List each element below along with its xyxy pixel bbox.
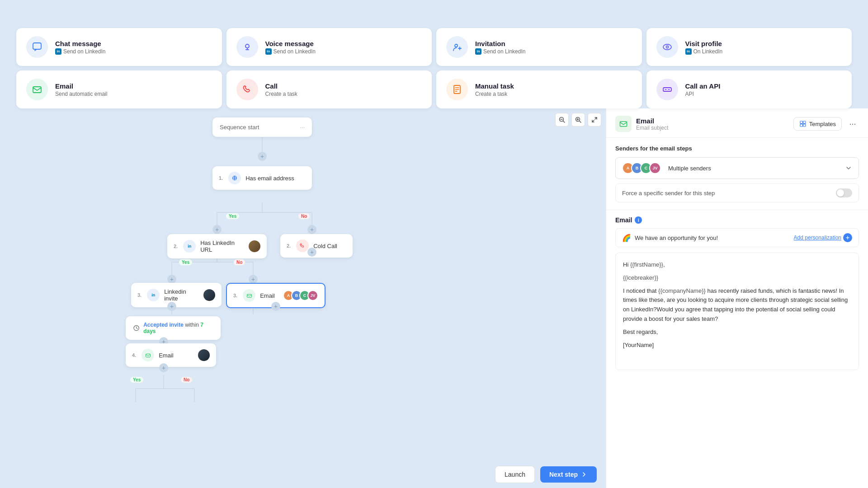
svg-rect-46 [146, 354, 150, 357]
invitation-icon [446, 36, 468, 58]
node-2b-icon [296, 239, 309, 252]
visit-profile-title: Visit profile [685, 40, 723, 47]
linkedin-badge-2: in [265, 48, 272, 55]
svg-rect-9 [33, 87, 41, 93]
cards-row-1: Chat message in Send on LinkedIn Voice m… [16, 28, 852, 66]
linkedin-badge-3: in [475, 48, 481, 55]
node-3b-number: 3. [233, 293, 237, 298]
node-2a-avatar [249, 240, 260, 252]
force-sender-label: Force a specific sender for this step [622, 190, 715, 197]
node-3a-label: Linkedin invite [164, 288, 199, 302]
voice-message-subtitle: in Send on LinkedIn [265, 48, 316, 55]
subject-left: 🌈 We have an opportunity for you! [622, 234, 718, 242]
plus-3b[interactable]: + [249, 275, 258, 284]
plus-after-sequence[interactable]: + [258, 152, 267, 161]
voice-message-card[interactable]: Voice message in Send on LinkedIn [226, 28, 432, 66]
chat-message-title: Chat message [55, 40, 105, 47]
svg-line-18 [563, 121, 565, 123]
call-card[interactable]: Call Create a task [226, 70, 432, 108]
plus-3a[interactable]: + [167, 275, 176, 284]
personalization-icon [843, 233, 852, 242]
clock-icon [133, 324, 140, 332]
visit-profile-card[interactable]: Visit profile in On LinkedIn [646, 28, 852, 66]
node-4-icon [142, 349, 154, 361]
zoom-out-button[interactable] [555, 113, 569, 127]
force-sender-toggle[interactable] [836, 188, 852, 197]
panel-title-group: Email Email subject [636, 117, 668, 131]
svg-rect-14 [663, 88, 671, 91]
canvas-toolbar [555, 113, 601, 127]
senders-label: Multiple senders [668, 165, 711, 172]
node-2b-number: 2. [287, 243, 291, 249]
force-sender-row: Force a specific sender for this step [615, 183, 859, 202]
chevron-down-icon [845, 164, 852, 172]
node-4-avatar [198, 349, 210, 361]
plus-after-node4[interactable]: + [159, 363, 168, 372]
api-card-subtitle: API [685, 91, 721, 97]
call-api-card[interactable]: Call an API API [646, 70, 852, 108]
senders-section: Senders for the email steps A B C JV Mul… [606, 138, 868, 210]
expand-button[interactable] [588, 113, 601, 127]
svg-rect-49 [803, 121, 805, 123]
chat-message-card[interactable]: Chat message in Send on LinkedIn [16, 28, 222, 66]
node-1-label: Has email address [245, 175, 294, 182]
chat-icon [26, 36, 48, 58]
accepted-invite-text: Accepted invite within 7 days [143, 322, 213, 334]
manual-task-icon [446, 79, 468, 100]
subject-row[interactable]: 🌈 We have an opportunity for you! Add pe… [615, 228, 859, 247]
call-card-subtitle: Create a task [265, 91, 297, 97]
templates-button[interactable]: Templates [793, 117, 842, 131]
node-2b-cold-call[interactable]: 2. Cold Call [280, 234, 353, 258]
linkedin-badge: in [55, 48, 61, 55]
no-label-1: No [298, 211, 310, 220]
email-card[interactable]: Email Send automatic email [16, 70, 222, 108]
panel-title: Email [636, 117, 668, 125]
voice-icon [236, 36, 258, 58]
node-4-email[interactable]: 4. Email [126, 343, 216, 367]
node-1-has-email[interactable]: 1. Has email address [212, 166, 312, 190]
templates-icon [799, 120, 807, 127]
right-panel: Email Email subject Templates ··· Sender… [606, 108, 868, 488]
yes-label-4: Yes [130, 375, 143, 383]
senders-dropdown[interactable]: A B C JV Multiple senders [615, 157, 859, 179]
panel-header: Email Email subject Templates ··· [606, 108, 868, 138]
zoom-in-button[interactable] [571, 113, 585, 127]
invitation-card[interactable]: Invitation in Send on LinkedIn [436, 28, 642, 66]
svg-rect-0 [33, 43, 41, 49]
voice-message-title: Voice message [265, 40, 316, 47]
api-card-text: Call an API API [685, 82, 721, 97]
node-3b-avatars: A B C JV [283, 290, 318, 301]
plus-no-branch[interactable]: + [307, 225, 316, 234]
sequence-start-more[interactable]: ··· [300, 124, 305, 131]
launch-button[interactable]: Launch [495, 466, 535, 483]
node-3a-number: 3. [137, 292, 142, 298]
node-3a-linkedin-invite[interactable]: 3. in Linkedin invite [131, 283, 222, 307]
next-step-button[interactable]: Next step [540, 466, 597, 483]
node-2a-linkedin[interactable]: 2. in Has LinkedIn URL [167, 234, 267, 258]
email-body[interactable]: Hi {{firstName}}, {{icebreaker}} I notic… [615, 253, 859, 370]
email-line-3: I noticed that {{companyName}} has recen… [623, 286, 851, 324]
subject-emoji: 🌈 [622, 234, 631, 242]
svg-rect-48 [800, 121, 802, 123]
sequence-start-node[interactable]: Sequence start ··· [212, 117, 312, 137]
plus-after-3b[interactable]: + [271, 302, 280, 311]
subject-text: We have an opportunity for you! [635, 235, 718, 241]
visit-profile-subtitle: in On LinkedIn [685, 48, 723, 55]
info-icon: i [635, 216, 642, 224]
svg-rect-51 [803, 124, 805, 127]
plus-2b-below[interactable]: + [307, 248, 316, 257]
email-line-1: Hi {{firstName}}, [623, 260, 851, 270]
invitation-text: Invitation in Send on LinkedIn [475, 40, 525, 55]
api-icon [656, 79, 678, 100]
more-button[interactable]: ··· [846, 117, 859, 130]
voice-message-text: Voice message in Send on LinkedIn [265, 40, 316, 55]
plus-after-3a[interactable]: + [167, 302, 176, 311]
add-personalization-button[interactable]: Add personalization [794, 233, 852, 242]
email-line-4: Best regards, [623, 328, 851, 337]
svg-rect-47 [620, 122, 627, 127]
accepted-invite-node[interactable]: Accepted invite within 7 days [126, 316, 221, 340]
svg-line-21 [580, 121, 581, 123]
plus-yes-branch[interactable]: + [212, 225, 222, 234]
templates-label: Templates [809, 121, 836, 127]
manual-task-card[interactable]: Manual task Create a task [436, 70, 642, 108]
